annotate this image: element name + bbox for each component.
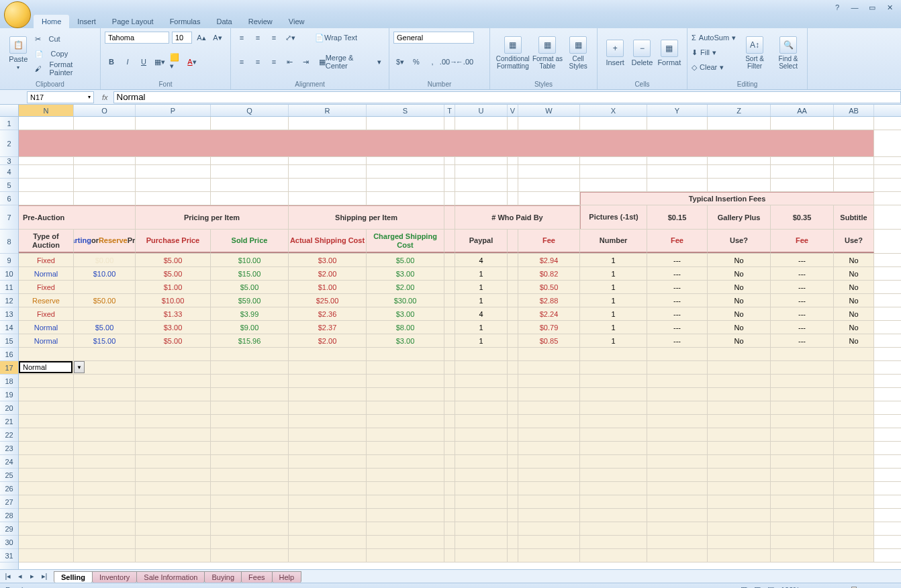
cell[interactable]: [508, 361, 518, 374]
increase-decimal-icon[interactable]: .00→: [442, 55, 455, 68]
cell[interactable]: [74, 401, 136, 414]
cell[interactable]: [289, 509, 367, 522]
cell[interactable]: [444, 157, 455, 164]
cell[interactable]: 1: [455, 334, 508, 347]
cell[interactable]: [771, 549, 834, 562]
cell[interactable]: ---: [771, 321, 834, 334]
cell[interactable]: $10.00: [136, 294, 211, 307]
cell[interactable]: [834, 388, 874, 401]
cell[interactable]: [518, 469, 580, 481]
cell[interactable]: [834, 495, 874, 508]
cell[interactable]: [289, 192, 367, 205]
cell[interactable]: Fee: [518, 230, 580, 253]
cell[interactable]: Shipping per Item: [289, 205, 444, 229]
cell[interactable]: [136, 522, 211, 535]
fill-button[interactable]: ⬇ Fill ▾: [692, 46, 736, 59]
view-break-icon[interactable]: ▤: [767, 585, 774, 588]
cell[interactable]: [508, 192, 518, 205]
cell[interactable]: [771, 375, 834, 387]
cell[interactable]: Use?: [708, 230, 771, 253]
cell[interactable]: [708, 375, 771, 387]
zoom-in-icon[interactable]: +: [892, 586, 896, 589]
font-size-input[interactable]: [172, 32, 192, 44]
cell[interactable]: [518, 509, 580, 522]
cell[interactable]: $50.00: [74, 294, 136, 307]
cell[interactable]: [518, 482, 580, 495]
minimize-icon[interactable]: —: [849, 3, 861, 12]
cell[interactable]: Number: [580, 230, 647, 253]
cell[interactable]: $2.36: [289, 307, 367, 320]
cell[interactable]: [136, 179, 211, 191]
cell[interactable]: [19, 179, 74, 191]
cell[interactable]: [647, 157, 708, 164]
cell[interactable]: [211, 428, 289, 441]
cell[interactable]: [74, 192, 136, 205]
cell[interactable]: [74, 348, 136, 360]
cell[interactable]: No: [834, 294, 874, 307]
cell[interactable]: [74, 165, 136, 178]
cell[interactable]: # Who Paid By: [455, 205, 580, 229]
cell[interactable]: [455, 375, 508, 387]
cell[interactable]: [647, 179, 708, 191]
cell[interactable]: 1: [580, 254, 647, 266]
cell[interactable]: [444, 509, 455, 522]
cell[interactable]: [74, 482, 136, 495]
cell[interactable]: [834, 375, 874, 387]
cell[interactable]: [647, 388, 708, 401]
cell[interactable]: $2.00: [289, 334, 367, 347]
cell[interactable]: [647, 165, 708, 178]
cell[interactable]: $3.99: [211, 307, 289, 320]
cell[interactable]: $3.00: [289, 254, 367, 266]
cell[interactable]: [771, 522, 834, 535]
cell[interactable]: Paypal: [455, 230, 508, 253]
cell[interactable]: [19, 348, 74, 360]
cell[interactable]: [444, 536, 455, 548]
sheet-nav-first-icon[interactable]: |◂: [3, 572, 13, 581]
format-painter-button[interactable]: Format Painter: [35, 62, 96, 75]
row-header[interactable]: 26: [0, 482, 18, 495]
cell[interactable]: [708, 549, 771, 562]
cell[interactable]: [708, 117, 771, 130]
cell[interactable]: No: [708, 254, 771, 266]
cell[interactable]: [455, 165, 508, 178]
cell[interactable]: [367, 482, 444, 495]
merge-center-button[interactable]: ▦ Merge & Center ▾: [316, 55, 385, 68]
cell[interactable]: [518, 361, 580, 374]
cell[interactable]: [708, 388, 771, 401]
cell[interactable]: [367, 157, 444, 164]
sheet-tab-inventory[interactable]: Inventory: [92, 571, 137, 583]
column-header[interactable]: X: [580, 105, 647, 116]
cell[interactable]: [647, 455, 708, 468]
cell[interactable]: [518, 455, 580, 468]
cell[interactable]: [444, 117, 455, 130]
cell[interactable]: [834, 428, 874, 441]
align-middle-icon[interactable]: ≡: [251, 31, 265, 44]
cell[interactable]: [455, 192, 508, 205]
cell[interactable]: [19, 455, 74, 468]
cell[interactable]: [647, 549, 708, 562]
cell[interactable]: [367, 442, 444, 454]
cell[interactable]: Purchase Price: [136, 230, 211, 253]
cell[interactable]: [289, 401, 367, 414]
cell[interactable]: [211, 509, 289, 522]
cell[interactable]: [580, 117, 647, 130]
align-top-icon[interactable]: ≡: [235, 31, 248, 44]
cell[interactable]: Subtitle: [834, 205, 874, 229]
cell[interactable]: [771, 509, 834, 522]
cell[interactable]: [834, 549, 874, 562]
decrease-font-icon[interactable]: A▾: [211, 31, 224, 44]
cell[interactable]: [444, 192, 455, 205]
cell[interactable]: [455, 428, 508, 441]
cell[interactable]: [19, 192, 74, 205]
cell[interactable]: [455, 348, 508, 360]
cell[interactable]: [289, 375, 367, 387]
font-color-button[interactable]: A▾: [185, 55, 199, 68]
cell[interactable]: [367, 361, 444, 374]
cell[interactable]: [444, 401, 455, 414]
cell[interactable]: [771, 482, 834, 495]
restore-icon[interactable]: ▭: [866, 3, 878, 12]
autosum-button[interactable]: Σ AutoSum ▾: [692, 31, 736, 44]
cell[interactable]: [74, 442, 136, 454]
cell[interactable]: [455, 522, 508, 535]
cell[interactable]: [289, 495, 367, 508]
